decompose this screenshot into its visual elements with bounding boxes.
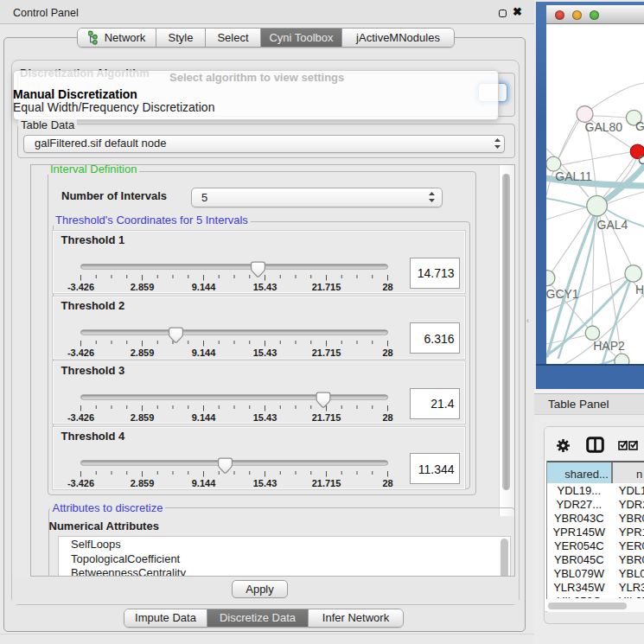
svg-text:21.715: 21.715 — [311, 347, 341, 357]
svg-text:2.859: 2.859 — [130, 412, 154, 423]
svg-text:15.43: 15.43 — [252, 477, 277, 488]
svg-text:2.859: 2.859 — [130, 347, 154, 357]
svg-text:21.715: 21.715 — [311, 282, 341, 292]
svg-text:28: 28 — [382, 282, 392, 292]
svg-text:15.43: 15.43 — [252, 282, 277, 292]
svg-text:28: 28 — [382, 477, 392, 488]
svg-text:H: H — [635, 283, 644, 296]
svg-text:GAL4: GAL4 — [597, 218, 628, 232]
svg-text:9.144: 9.144 — [191, 412, 215, 423]
svg-text:-3.426: -3.426 — [67, 282, 93, 292]
svg-text:9.144: 9.144 — [191, 282, 215, 292]
svg-text:C: C — [638, 153, 644, 167]
svg-text:-3.426: -3.426 — [67, 477, 93, 488]
svg-text:15.43: 15.43 — [252, 412, 277, 423]
svg-text:2.859: 2.859 — [130, 282, 154, 292]
svg-text:2.859: 2.859 — [130, 477, 154, 488]
svg-text:9.144: 9.144 — [191, 347, 215, 357]
svg-text:GCY1: GCY1 — [546, 287, 579, 301]
svg-text:21.715: 21.715 — [311, 477, 341, 488]
svg-text:GAL11: GAL11 — [555, 169, 592, 183]
svg-text:-3.426: -3.426 — [67, 412, 93, 423]
svg-text:28: 28 — [382, 347, 392, 357]
svg-text:9.144: 9.144 — [191, 477, 215, 488]
svg-text:21.715: 21.715 — [311, 412, 341, 423]
svg-text:GA: GA — [635, 119, 644, 133]
svg-text:28: 28 — [382, 412, 392, 423]
svg-text:GAL80: GAL80 — [585, 120, 623, 134]
svg-text:-3.426: -3.426 — [67, 347, 93, 357]
svg-text:15.43: 15.43 — [252, 347, 277, 357]
svg-text:HAP2: HAP2 — [593, 339, 625, 353]
